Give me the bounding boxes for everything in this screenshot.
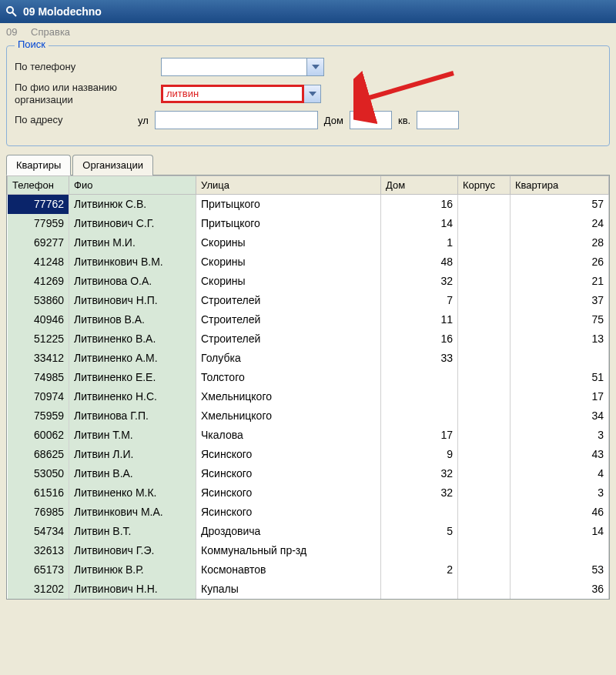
table-row[interactable]: 41248Литвинкович В.М.Скорины4826 [8, 252, 609, 272]
table-row[interactable]: 40946Литвинов В.А.Строителей1175 [8, 310, 609, 329]
cell-kv: 28 [511, 233, 609, 252]
input-street[interactable] [155, 111, 318, 129]
cell-dom: 32 [381, 483, 458, 503]
cell-street: Притыцкого [196, 195, 381, 214]
cell-street: Дроздовича [196, 522, 381, 541]
cell-fio: Литвинович Н.Н. [69, 580, 196, 599]
table-row[interactable]: 53860Литвинович Н.П.Строителей737 [8, 291, 609, 310]
cell-fio: Литвиненко Е.Е. [69, 368, 196, 387]
col-header-dom[interactable]: Дом [381, 176, 458, 195]
table-row[interactable]: 53050Литвин В.А.Ясинского324 [8, 464, 609, 483]
cell-street: Чкалова [196, 426, 381, 445]
results-table[interactable]: Телефон Фио Улица Дом Корпус Квартира 77… [7, 175, 609, 599]
table-row[interactable]: 61516Литвиненко М.К.Ясинского323 [8, 483, 609, 503]
cell-kv: 53 [511, 560, 609, 580]
input-apt[interactable] [417, 111, 459, 129]
cell-phone: 74985 [8, 368, 69, 387]
cell-dom: 9 [381, 445, 458, 464]
cell-korp [458, 272, 511, 291]
cell-korp [458, 214, 511, 233]
cell-dom [381, 406, 458, 426]
cell-phone: 69277 [8, 233, 69, 252]
cell-street: Космонавтов [196, 560, 381, 580]
cell-dom: 48 [381, 252, 458, 272]
table-row[interactable]: 68625Литвин Л.И.Ясинского943 [8, 445, 609, 464]
table-row[interactable]: 77762Литвинюк С.В.Притыцкого1657 [8, 195, 609, 214]
cell-phone: 60062 [8, 426, 69, 445]
cell-dom: 14 [381, 214, 458, 233]
table-row[interactable]: 75959Литвинова Г.П.Хмельницкого34 [8, 406, 609, 426]
col-header-fio[interactable]: Фио [69, 176, 196, 195]
table-row[interactable]: 32613Литвинович Г.Э.Коммунальный пр-зд [8, 541, 609, 560]
svg-line-1 [12, 12, 16, 16]
label-apt: кв. [398, 115, 410, 126]
cell-dom [381, 503, 458, 522]
cell-phone: 33412 [8, 349, 69, 368]
table-row[interactable]: 74985Литвиненко Е.Е.Толстого51 [8, 368, 609, 387]
col-header-kv[interactable]: Квартира [511, 176, 609, 195]
table-row[interactable]: 77959Литвинович С.Г.Притыцкого1424 [8, 214, 609, 233]
cell-phone: 77762 [8, 195, 69, 214]
cell-korp [458, 291, 511, 310]
cell-phone: 61516 [8, 483, 69, 503]
dropdown-fio-button[interactable] [304, 85, 321, 103]
cell-korp [458, 252, 511, 272]
cell-street: Голубка [196, 349, 381, 368]
table-row[interactable]: 51225Литвиненко В.А.Строителей1613 [8, 329, 609, 349]
col-header-street[interactable]: Улица [196, 176, 381, 195]
combo-fio[interactable] [161, 85, 321, 103]
dropdown-phone-button[interactable] [307, 58, 324, 76]
cell-street: Строителей [196, 329, 381, 349]
window-title: 09 Molodechno [23, 5, 102, 18]
title-bar: 09 Molodechno [0, 0, 616, 23]
cell-fio: Литвиненко В.А. [69, 329, 196, 349]
cell-korp [458, 503, 511, 522]
label-by-address: По адресу [15, 114, 115, 126]
cell-phone: 32613 [8, 541, 69, 560]
cell-dom: 16 [381, 195, 458, 214]
search-legend: Поиск [15, 38, 49, 50]
search-row-fio: По фио или названию организации [15, 82, 601, 105]
cell-kv: 51 [511, 368, 609, 387]
cell-fio: Литвиненко Н.С. [69, 387, 196, 406]
cell-kv: 21 [511, 272, 609, 291]
cell-kv: 3 [511, 483, 609, 503]
cell-dom: 1 [381, 233, 458, 252]
cell-street: Толстого [196, 368, 381, 387]
col-header-phone[interactable]: Телефон [8, 176, 69, 195]
app-icon [5, 5, 18, 18]
table-row[interactable]: 60062Литвин Т.М.Чкалова173 [8, 426, 609, 445]
table-row[interactable]: 65173Литвинюк В.Р.Космонавтов253 [8, 560, 609, 580]
combo-phone[interactable] [161, 58, 324, 76]
cell-street: Притыцкого [196, 214, 381, 233]
cell-phone: 51225 [8, 329, 69, 349]
cell-street: Купалы [196, 580, 381, 599]
table-row[interactable]: 33412Литвиненко А.М.Голубка33 [8, 349, 609, 368]
cell-phone: 68625 [8, 445, 69, 464]
cell-dom: 7 [381, 291, 458, 310]
tab-apartments[interactable]: Квартиры [6, 155, 71, 175]
table-row[interactable]: 76985Литвинкович М.А.Ясинского46 [8, 503, 609, 522]
cell-street: Строителей [196, 291, 381, 310]
cell-fio: Литвинов В.А. [69, 310, 196, 329]
table-row[interactable]: 69277Литвин М.И.Скорины128 [8, 233, 609, 252]
input-phone[interactable] [161, 58, 307, 76]
table-row[interactable]: 41269Литвинова О.А.Скорины3221 [8, 272, 609, 291]
cell-kv: 26 [511, 252, 609, 272]
cell-fio: Литвин Т.М. [69, 426, 196, 445]
cell-kv: 14 [511, 522, 609, 541]
input-fio[interactable] [161, 85, 304, 103]
table-row[interactable]: 70974Литвиненко Н.С.Хмельницкого17 [8, 387, 609, 406]
cell-korp [458, 483, 511, 503]
cell-phone: 31202 [8, 580, 69, 599]
col-header-korp[interactable]: Корпус [458, 176, 511, 195]
menu-item-help[interactable]: Справка [31, 26, 70, 38]
tabs: Квартиры Организации [6, 154, 616, 175]
table-row[interactable]: 31202Литвинович Н.Н.Купалы36 [8, 580, 609, 599]
tab-organizations[interactable]: Организации [72, 155, 153, 175]
input-house[interactable] [350, 111, 392, 129]
table-row[interactable]: 54734Литвин В.Т.Дроздовича514 [8, 522, 609, 541]
cell-korp [458, 560, 511, 580]
label-street-prefix: ул [138, 115, 149, 126]
menu-item-09[interactable]: 09 [6, 26, 17, 38]
